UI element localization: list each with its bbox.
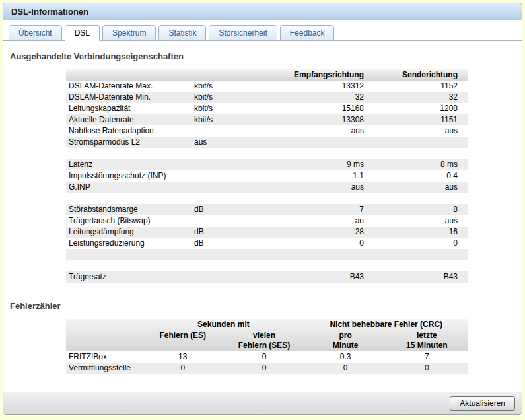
error-group-header-seconds: Sekunden mit [142, 319, 304, 330]
connection-receive-cell [258, 249, 367, 260]
error-sub-header-ses-line2: Fehlern (SES) [238, 341, 291, 350]
content-area: Ausgehandelte Verbindungseigenschaften E… [3, 41, 522, 392]
connection-header-label-cell [66, 69, 192, 81]
connection-receive-cell: 32 [258, 92, 367, 103]
connection-header-row: Empfangsrichtung Senderichtung [66, 69, 468, 81]
connection-send-cell [367, 249, 468, 260]
connection-label-cell: Störabstandsmarge [66, 204, 192, 215]
error-sub-header-empty-cell [66, 330, 142, 351]
tab-feedback[interactable]: Feedback [280, 25, 335, 41]
connection-label-cell [66, 249, 192, 260]
connection-label-cell: Impulsstörungsschutz (INP) [66, 170, 192, 182]
connection-header-unit-cell [192, 69, 258, 81]
tab-stoersicherheit[interactable]: Störsicherheit [209, 25, 277, 41]
refresh-button[interactable]: Aktualisieren [450, 396, 515, 411]
connection-unit-cell [192, 271, 258, 283]
connection-send-cell: aus [367, 182, 468, 193]
connection-label-cell: Leistungsreduzierung [66, 238, 192, 249]
connection-receive-cell: 15168 [258, 103, 367, 114]
connection-table-row: Aktuelle Datenratekbit/s133081151 [66, 114, 468, 125]
connection-table-row: LeistungsreduzierungdB00 [66, 238, 468, 249]
connection-receive-cell [258, 148, 367, 159]
connection-unit-cell: kbit/s [192, 103, 258, 114]
error-last15-cell: 0 [386, 363, 468, 374]
connection-table-row: Trägersatz B43B43 [66, 271, 468, 283]
error-table-body: FRITZ!Box1300.37Vermittlungsstelle0000 [66, 351, 468, 374]
connection-label-cell: Latenz [66, 159, 192, 170]
connection-label-cell [66, 260, 192, 271]
error-table-row: Vermittlungsstelle0000 [66, 363, 468, 374]
connection-table-row [66, 260, 468, 271]
error-sub-header-ses-line1: vielen [253, 331, 275, 340]
error-group-header-row: Sekunden mit Nicht behebbare Fehler (CRC… [66, 319, 468, 330]
tab-statistik[interactable]: Statistik [158, 25, 206, 41]
connection-receive-cell: 1.1 [258, 170, 367, 182]
error-table: Sekunden mit Nicht behebbare Fehler (CRC… [66, 319, 468, 374]
connection-label-cell [66, 148, 192, 159]
connection-header-receive: Empfangsrichtung [258, 69, 367, 81]
connection-unit-cell: dB [192, 238, 258, 249]
error-per-minute-cell: 0.3 [305, 351, 386, 363]
error-section-heading: Fehlerzähler [10, 301, 515, 311]
error-sub-header-row: Fehlern (ES) vielen Fehlern (SES) pro Mi… [66, 330, 468, 351]
connection-header-send: Senderichtung [367, 69, 468, 81]
connection-send-cell: 1208 [367, 103, 468, 114]
connection-receive-cell [258, 260, 367, 271]
error-per-minute-cell: 0 [305, 363, 386, 374]
tab-uebersicht[interactable]: Übersicht [9, 25, 62, 41]
connection-table-row: Impulsstörungsschutz (INP) 1.10.4 [66, 170, 468, 182]
tab-spektrum[interactable]: Spektrum [102, 25, 156, 41]
error-label-cell: Vermittlungsstelle [66, 363, 142, 374]
connection-receive-cell [258, 193, 367, 204]
connection-send-cell: 32 [367, 92, 468, 103]
footer-bar: Aktualisieren [3, 392, 522, 414]
connection-label-cell: DSLAM-Datenrate Min. [66, 92, 192, 103]
connection-unit-cell: aus [192, 137, 258, 148]
connection-send-cell: B43 [367, 271, 468, 283]
connection-table-row [66, 148, 468, 159]
error-ses-cell: 0 [223, 363, 304, 374]
error-label-cell: FRITZ!Box [66, 351, 142, 363]
window-titlebar: DSL-Informationen [3, 3, 522, 20]
connection-unit-cell: dB [192, 204, 258, 215]
connection-receive-cell: B43 [258, 271, 367, 283]
connection-table-row: Trägertausch (Bitswap) anaus [66, 215, 468, 227]
connection-table-row: StörabstandsmargedB78 [66, 204, 468, 215]
connection-table-header: Empfangsrichtung Senderichtung [66, 69, 468, 81]
connection-unit-cell [192, 182, 258, 193]
connection-send-cell: 8 ms [367, 159, 468, 170]
connection-receive-cell: 28 [258, 227, 367, 238]
connection-receive-cell: 13312 [258, 81, 367, 92]
connection-unit-cell [192, 215, 258, 227]
connection-label-cell: Nahtlose Ratenadaption [66, 125, 192, 137]
connection-table-row: DSLAM-Datenrate Max.kbit/s133121152 [66, 81, 468, 92]
connection-send-cell [367, 137, 468, 148]
connection-label-cell: DSLAM-Datenrate Max. [66, 81, 192, 92]
connection-section-heading: Ausgehandelte Verbindungseigenschaften [10, 52, 515, 61]
connection-send-cell: aus [367, 125, 468, 137]
connection-table-row: Latenz 9 ms8 ms [66, 159, 468, 170]
connection-send-cell [367, 193, 468, 204]
connection-unit-cell [192, 125, 258, 137]
connection-receive-cell: 7 [258, 204, 367, 215]
dsl-information-window: DSL-Informationen Übersicht DSL Spektrum… [3, 3, 522, 415]
error-last15-cell: 7 [386, 351, 468, 363]
error-sub-header-last15-line2: 15 Minuten [406, 341, 448, 350]
connection-table-body: DSLAM-Datenrate Max.kbit/s133121152DSLAM… [66, 81, 468, 283]
connection-unit-cell [192, 249, 258, 260]
tab-dsl[interactable]: DSL [65, 25, 100, 41]
connection-label-cell: Leitungsdämpfung [66, 227, 192, 238]
error-group-header-crc: Nicht behebbare Fehler (CRC) [305, 319, 468, 330]
connection-table-row: Stromsparmodus L2aus [66, 137, 468, 148]
connection-unit-cell: kbit/s [192, 114, 258, 125]
tab-bar: Übersicht DSL Spektrum Statistik Störsic… [3, 20, 522, 41]
connection-table-row: Nahtlose Ratenadaption ausaus [66, 125, 468, 137]
connection-send-cell [367, 148, 468, 159]
connection-unit-cell [192, 260, 258, 271]
error-sub-header-per-minute-line1: pro [339, 331, 351, 340]
page-title: DSL-Informationen [11, 7, 88, 17]
connection-table: Empfangsrichtung Senderichtung DSLAM-Dat… [66, 69, 468, 283]
error-sub-header-es: Fehlern (ES) [142, 330, 223, 351]
connection-receive-cell: 13308 [258, 114, 367, 125]
connection-send-cell: 8 [367, 204, 468, 215]
